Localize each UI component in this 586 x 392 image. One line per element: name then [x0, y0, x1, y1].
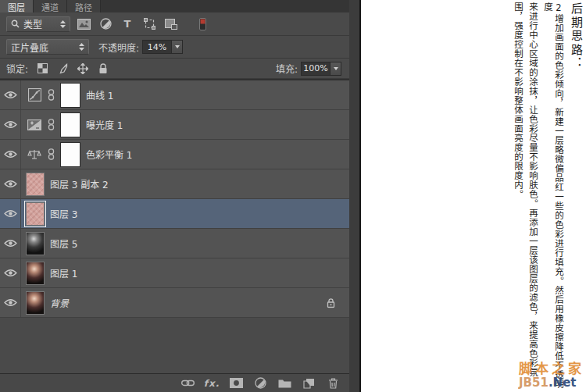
link-layers-icon[interactable] — [180, 376, 195, 390]
opacity-dropdown-arrow[interactable] — [172, 40, 183, 54]
layer-name[interactable]: 图层 1 — [50, 266, 77, 280]
visibility-eye-icon[interactable] — [0, 229, 21, 258]
opacity-value[interactable]: 14% — [142, 40, 172, 54]
lock-transparency-icon[interactable] — [36, 61, 48, 77]
tutorial-text-pane: 后期思路： 2增加画面的色彩倾向，新建一层略微偏品红一些的色彩进行填充。然后用橡… — [361, 0, 586, 392]
mask-link-icon — [48, 119, 55, 130]
layer-thumbnail[interactable] — [26, 173, 45, 196]
layer-thumbnail[interactable] — [26, 262, 45, 285]
search-icon — [11, 20, 20, 28]
visibility-eye-icon[interactable] — [0, 169, 21, 198]
blend-mode-select[interactable]: 正片叠底 — [6, 39, 89, 55]
mask-link-icon — [48, 89, 55, 101]
visibility-eye-icon[interactable] — [0, 288, 21, 317]
layer-row-layer-3-selected[interactable]: 图层 3 — [0, 199, 349, 229]
mask-link-icon — [48, 148, 55, 160]
lock-row: 锁定: 填充: — [0, 59, 349, 79]
filter-type-layers-icon[interactable]: T — [119, 16, 136, 32]
layer-name[interactable]: 曲线 1 — [86, 88, 113, 102]
layer-name[interactable]: 图层 3 副本 2 — [50, 177, 109, 191]
panel-scroll-gutter — [349, 0, 359, 392]
filtering-toggle-switch[interactable] — [194, 16, 211, 32]
layers-panel: 图层 通道 路径 类型 — [0, 0, 361, 392]
updown-arrows-icon — [79, 43, 84, 51]
filter-adjustment-layers-icon[interactable] — [97, 16, 114, 32]
new-layer-icon[interactable] — [302, 376, 316, 390]
lock-all-padlock-icon[interactable] — [97, 61, 109, 77]
visibility-eye-icon[interactable] — [0, 199, 21, 228]
screenshot-root: 图层 通道 路径 类型 — [0, 0, 586, 392]
layer-row-layer-5[interactable]: 图层 5 — [0, 229, 349, 258]
layer-row-curves-1[interactable]: 曲线 1 — [0, 80, 349, 110]
blend-mode-value: 正片叠底 — [11, 41, 48, 54]
fill-label: 填充: — [276, 62, 298, 75]
updown-arrows-icon — [60, 20, 66, 28]
add-layer-mask-icon[interactable] — [229, 376, 243, 390]
layer-name[interactable]: 色彩平衡 1 — [86, 148, 132, 161]
lock-position-move-icon[interactable] — [77, 61, 89, 77]
visibility-eye-icon[interactable] — [0, 140, 21, 169]
layer-mask-thumbnail[interactable] — [60, 112, 80, 137]
tutorial-text-column: 2增加画面的色彩倾向，新建一层略微偏品红一些的色彩进行填充。然后用橡皮擦降低不透… — [542, 2, 564, 392]
vertical-text-block: 后期思路： 2增加画面的色彩倾向，新建一层略微偏品红一些的色彩进行填充。然后用橡… — [509, 0, 586, 392]
fill-value[interactable]: 100% — [301, 62, 331, 76]
opacity-control: 14% — [142, 40, 183, 54]
layer-mask-thumbnail[interactable] — [60, 142, 80, 167]
layer-mask-thumbnail[interactable] — [60, 83, 80, 108]
visibility-eye-icon[interactable] — [0, 258, 21, 287]
visibility-eye-icon[interactable] — [0, 110, 21, 139]
layer-style-fx-icon[interactable]: fx. — [205, 376, 219, 390]
tab-channels[interactable]: 通道 — [34, 0, 67, 12]
layer-row-color-balance-1[interactable]: 色彩平衡 1 — [0, 140, 349, 169]
layers-list: 曲线 1 曝光度 — [0, 79, 349, 318]
tutorial-text-column: 来进行中心区域的涂抹，让色彩尽量不影响肤色。再添加一层该图层的滤色，来提高色彩氛 — [527, 2, 538, 392]
filter-row: 类型 T — [0, 12, 349, 36]
exposure-adjustment-icon[interactable] — [27, 119, 42, 130]
layer-thumbnail[interactable] — [26, 232, 45, 255]
filter-kind-select[interactable]: 类型 — [6, 16, 70, 32]
layer-name[interactable]: 背景 — [50, 296, 69, 309]
layer-row-background[interactable]: 背景 — [0, 288, 349, 318]
fill-dropdown-arrow[interactable] — [331, 62, 341, 76]
delete-layer-trash-icon[interactable] — [326, 376, 340, 390]
curves-adjustment-icon[interactable] — [27, 88, 42, 102]
tab-layers[interactable]: 图层 — [0, 0, 34, 12]
blend-row: 正片叠底 不透明度: 14% — [0, 36, 349, 59]
lock-pixels-brush-icon[interactable] — [56, 61, 69, 77]
layer-thumbnail[interactable] — [26, 202, 45, 226]
layers-list-empty-area — [0, 318, 349, 372]
filter-smart-objects-icon[interactable] — [163, 16, 180, 32]
opacity-label: 不透明度: — [98, 41, 139, 54]
panel-bottom-bar: fx. — [0, 373, 349, 392]
background-lock-icon — [327, 298, 335, 308]
layer-name[interactable]: 曝光度 1 — [86, 118, 123, 131]
visibility-eye-icon[interactable] — [0, 80, 21, 109]
fill-control: 100% — [301, 62, 341, 76]
layer-name[interactable]: 图层 3 — [50, 207, 77, 220]
new-group-folder-icon[interactable] — [277, 376, 291, 390]
filter-kind-label: 类型 — [23, 17, 42, 30]
layer-thumbnail[interactable] — [26, 291, 45, 315]
color-balance-adjustment-icon[interactable] — [27, 148, 42, 161]
tutorial-text-column: 围，强度控制在不影响整体画面亮度的限度内。 — [513, 2, 523, 392]
tab-paths[interactable]: 路径 — [67, 0, 101, 12]
layer-row-layer-3-copy-2[interactable]: 图层 3 副本 2 — [0, 169, 349, 199]
layer-name[interactable]: 图层 5 — [50, 237, 77, 250]
add-adjustment-layer-icon[interactable] — [253, 376, 267, 390]
filter-pixel-layers-icon[interactable] — [75, 16, 92, 32]
panel-tab-bar: 图层 通道 路径 — [0, 0, 349, 12]
layer-row-exposure-1[interactable]: 曝光度 1 — [0, 110, 349, 140]
tutorial-title: 后期思路： — [567, 2, 584, 392]
lock-label: 锁定: — [6, 62, 28, 75]
filter-shape-layers-icon[interactable] — [141, 16, 158, 32]
layer-row-layer-1[interactable]: 图层 1 — [0, 258, 349, 288]
